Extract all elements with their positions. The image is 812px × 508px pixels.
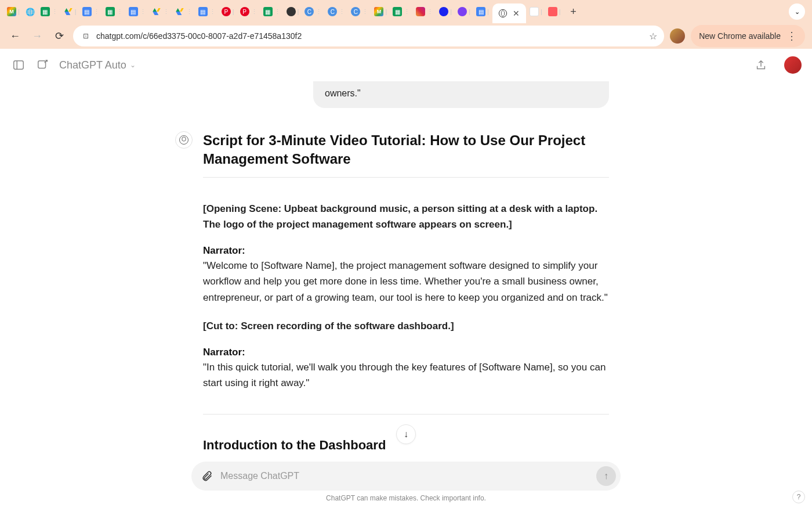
back-button[interactable]: ← [7,28,23,44]
tab-gmail[interactable]: M| [5,7,22,16]
tab-sheets-2[interactable]: ▦⋮ [103,7,125,16]
tab-gmail-2[interactable]: M| [372,7,389,16]
svg-rect-1 [14,61,24,70]
svg-point-0 [499,9,506,17]
chatgpt-avatar-icon [175,131,193,149]
tab-docs-4[interactable]: ▤| [474,7,491,16]
forward-button[interactable]: → [29,28,45,44]
user-message-bubble: owners." [313,81,609,108]
narrator-text-1: "Welcome to [Software Name], the project… [203,258,609,305]
new-tab-button[interactable]: + [567,5,581,19]
tab-drive-3[interactable]: ⋮ [173,7,195,16]
tab-drive-2[interactable]: ⋮ [150,7,172,16]
tab-calendly-3[interactable]: C⋮ [349,7,371,16]
tab-sheets-4[interactable]: ▦⋮ [390,7,412,16]
chrome-profile-avatar[interactable] [670,28,685,44]
user-message-text: owners." [325,88,361,98]
chrome-update-label: New Chrome available [699,31,781,41]
help-button[interactable]: ? [792,491,805,503]
narrator-label-1: Narrator: [203,245,609,257]
browser-tabstrip: M| 🌐 ▦⋮ | ▤⋮ ▦⋮ ▤⋮ ⋮ ⋮ ▤⋮ P| P⋮ ▦⋮ | C⋮ … [0,0,812,23]
tab-docs-2[interactable]: ▤⋮ [126,7,148,16]
narrator-label-2: Narrator: [203,347,609,358]
user-avatar[interactable] [784,56,802,74]
tab-calendly-2[interactable]: C⋮ [325,7,347,16]
scene-direction-2: [Cut to: Screen recording of the softwar… [203,318,609,334]
url-text[interactable]: chatgpt.com/c/66ed3375-00c0-8007-a2d7-e7… [96,31,644,41]
site-info-icon[interactable]: ⊡ [80,30,92,42]
tab-close-icon[interactable]: ✕ [512,9,520,17]
tab-sheets-3[interactable]: ▦⋮ [261,7,283,16]
assistant-response: Script for 3-Minute Video Tutorial: How … [203,131,609,453]
chrome-menu-icon[interactable]: ⋮ [786,30,797,42]
chatgpt-header: ChatGPT Auto ⌄ [0,49,812,81]
divider [203,177,609,178]
tab-pinterest-1[interactable]: P| [219,7,237,16]
tab-drive-1[interactable]: | [61,7,79,16]
chat-content: owners." Script for 3-Minute Video Tutor… [0,81,812,508]
browser-toolbar: ← → ⟳ ⊡ chatgpt.com/c/66ed3375-00c0-8007… [0,23,812,49]
tab-globe[interactable]: 🌐 [23,7,37,16]
tab-blue[interactable]: | [437,7,454,16]
tab-guruji[interactable]: | [546,7,563,16]
share-button[interactable] [753,57,769,73]
disclaimer-text: ChatGPT can make mistakes. Check importa… [12,491,800,503]
tab-sheets-1[interactable]: ▦⋮ [38,7,60,16]
tab-active-chatgpt[interactable]: ✕ [492,3,526,23]
bookmark-star-icon[interactable]: ☆ [649,31,657,42]
tab-calendly-1[interactable]: C⋮ [302,7,324,16]
address-bar[interactable]: ⊡ chatgpt.com/c/66ed3375-00c0-8007-a2d7-… [73,26,664,46]
tab-purple[interactable]: | [455,7,473,16]
chevron-down-icon: ⌄ [130,61,136,69]
tab-other-1[interactable]: | [284,7,302,16]
send-button[interactable]: ↑ [596,466,616,486]
chrome-update-button[interactable]: New Chrome available ⋮ [691,25,805,47]
tab-dropdown-button[interactable]: ⌄ [789,3,805,20]
tab-docs-1[interactable]: ▤⋮ [80,7,102,16]
new-chat-button[interactable] [35,57,51,73]
scroll-down-button[interactable]: ↓ [396,424,416,444]
sidebar-toggle-button[interactable] [10,57,27,73]
tab-instagram[interactable]: ⋮ [414,7,436,16]
model-selector[interactable]: ChatGPT Auto ⌄ [59,59,136,71]
message-input[interactable]: Message ChatGPT [220,471,590,481]
tab-other-2[interactable]: | [527,7,545,16]
tab-docs-3[interactable]: ▤⋮ [196,7,218,16]
reload-button[interactable]: ⟳ [51,28,67,44]
model-name: ChatGPT Auto [59,59,126,71]
svg-rect-3 [38,61,46,69]
narrator-text-2: "In this quick tutorial, we'll walk you … [203,359,609,391]
response-title: Script for 3-Minute Video Tutorial: How … [203,131,609,169]
divider-2 [203,414,609,415]
chatgpt-icon [498,9,507,18]
tab-pinterest-2[interactable]: P⋮ [238,7,260,16]
attach-icon[interactable] [200,469,215,484]
message-input-bar[interactable]: Message ChatGPT ↑ [191,462,621,491]
input-area: Message ChatGPT ↑ ChatGPT can make mista… [0,462,812,508]
scene-direction-1: [Opening Scene: Upbeat background music,… [203,201,609,232]
